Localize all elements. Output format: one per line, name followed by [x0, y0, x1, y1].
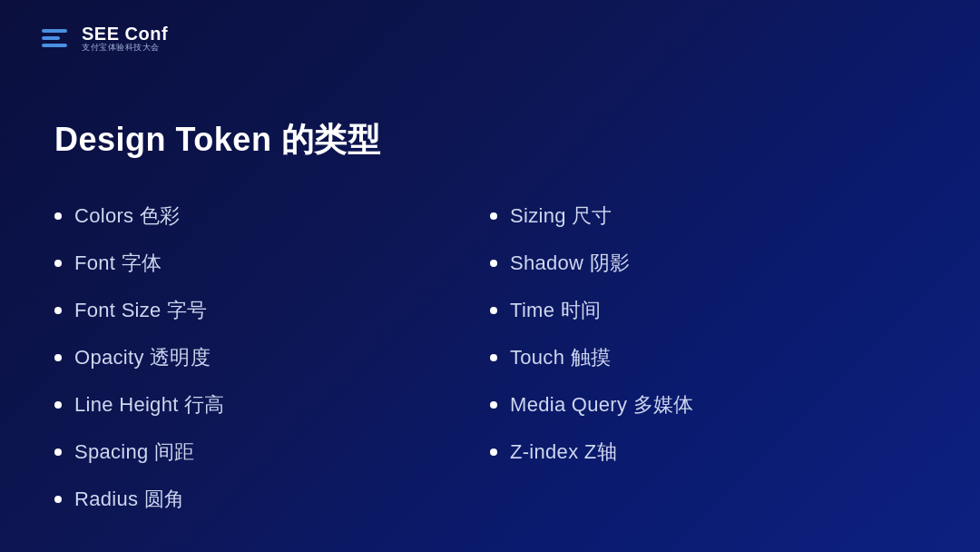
bullet-icon	[54, 307, 62, 314]
list-item: Spacing 间距	[54, 439, 490, 466]
item-label: Sizing 尺寸	[510, 202, 612, 230]
list-item: Sizing 尺寸	[490, 202, 926, 230]
bullet-icon	[490, 401, 497, 409]
list-item: Touch 触摸	[490, 344, 926, 371]
item-label: Touch 触摸	[510, 344, 611, 371]
logo-text: SEE Conf 支付宝体验科技大会	[82, 24, 168, 53]
item-label: Font 字体	[74, 250, 162, 277]
list-item: Radius 圆角	[54, 486, 490, 513]
logo-subtitle: 支付宝体验科技大会	[82, 44, 168, 53]
item-label: Z-index Z轴	[510, 439, 617, 466]
list-item: Time 时间	[490, 297, 926, 324]
item-label: Font Size 字号	[74, 297, 208, 324]
list-item: Font Size 字号	[54, 297, 490, 324]
item-label: Radius 圆角	[74, 486, 184, 513]
bullet-icon	[54, 448, 62, 456]
right-column: Sizing 尺寸 Shadow 阴影 Time 时间 Touch 触摸 Med…	[490, 202, 926, 533]
list-item: Media Query 多媒体	[490, 391, 926, 419]
item-label: Line Height 行高	[74, 391, 225, 419]
item-label: Colors 色彩	[74, 202, 180, 230]
list-item: Line Height 行高	[54, 391, 490, 419]
bullet-icon	[54, 260, 62, 267]
main-content: Design Token 的类型 Colors 色彩 Font 字体 Font …	[54, 118, 926, 533]
item-label: Time 时间	[510, 297, 601, 324]
svg-rect-1	[42, 36, 60, 40]
list-item: Z-index Z轴	[490, 439, 926, 466]
list-item: Colors 色彩	[54, 202, 490, 230]
item-label: Spacing 间距	[74, 439, 195, 466]
list-item: Font 字体	[54, 250, 490, 277]
list-item: Shadow 阴影	[490, 250, 926, 277]
bullet-icon	[490, 307, 497, 314]
bullet-icon	[54, 354, 62, 361]
bullet-icon	[490, 212, 497, 220]
svg-rect-2	[42, 44, 67, 47]
see-conf-logo-icon	[40, 22, 73, 54]
item-label: Opacity 透明度	[74, 344, 211, 371]
left-column: Colors 色彩 Font 字体 Font Size 字号 Opacity 透…	[54, 202, 490, 533]
logo-title: SEE Conf	[82, 24, 168, 44]
page-title: Design Token 的类型	[54, 118, 926, 163]
lists-container: Colors 色彩 Font 字体 Font Size 字号 Opacity 透…	[54, 202, 926, 533]
bullet-icon	[490, 354, 497, 361]
bullet-icon	[54, 496, 62, 503]
item-label: Media Query 多媒体	[510, 391, 694, 419]
bullet-icon	[54, 212, 62, 220]
svg-rect-0	[42, 29, 67, 33]
item-label: Shadow 阴影	[510, 250, 630, 277]
bullet-icon	[490, 260, 497, 267]
bullet-icon	[490, 448, 497, 456]
header: SEE Conf 支付宝体验科技大会	[40, 22, 168, 54]
list-item: Opacity 透明度	[54, 344, 490, 371]
bullet-icon	[54, 401, 62, 409]
